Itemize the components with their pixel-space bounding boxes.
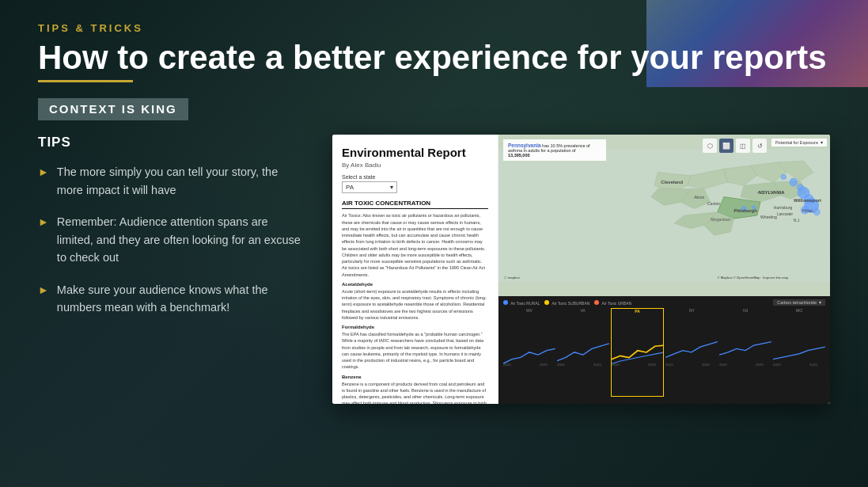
- report-select-box[interactable]: PA ▾: [342, 181, 397, 193]
- mini-chart-wv-svg: 2010 2020: [503, 313, 555, 388]
- svg-text:Williamsport: Williamsport: [794, 199, 821, 204]
- tip-text-3: Make sure your audience knows what the n…: [57, 281, 307, 317]
- report-author: By Alex Badiu: [342, 162, 488, 169]
- map-state-name: Pennsylvania: [508, 143, 541, 148]
- svg-text:2010: 2010: [503, 363, 511, 367]
- tip-text-1: The more simply you can tell your story,…: [57, 163, 307, 199]
- legend-dot-suburban: [544, 300, 549, 305]
- report-body-intro: Air Toxics: Also known as toxic air poll…: [342, 212, 488, 278]
- svg-text:2010: 2010: [773, 363, 781, 367]
- map-ctrl-share[interactable]: ⬡: [703, 139, 717, 153]
- svg-text:2020: 2020: [540, 363, 548, 367]
- tips-heading: TIPS: [38, 135, 307, 150]
- svg-text:·NSYLVANIA: ·NSYLVANIA: [757, 190, 785, 195]
- mini-chart-ny: NY 2010 2020: [665, 308, 718, 397]
- legend-dot-urban: [594, 300, 599, 305]
- chart-header: Air Toxic RURAL Air Toxic SUBURBAN Air T…: [503, 299, 825, 306]
- map-area: Pennsylvania has 10.5% prevalence of ast…: [498, 135, 830, 296]
- chart-dropdown-chevron: ▾: [819, 300, 821, 305]
- report-sub-formaldehyde: Formaldehyde: [342, 325, 488, 329]
- map-ctrl-map[interactable]: ⬜: [719, 139, 733, 153]
- report-title: Environmental Report: [342, 146, 488, 160]
- svg-text:2010: 2010: [719, 363, 727, 367]
- chart-dropdown-label: Carbon tetrachloride: [777, 300, 817, 305]
- svg-text:Akron: Akron: [694, 195, 704, 200]
- right-panel: Environmental Report By Alex Badiu Selec…: [332, 135, 830, 404]
- svg-text:Cleveland: Cleveland: [661, 180, 683, 185]
- report-sub-benzene: Benzene: [342, 375, 488, 379]
- mini-chart-pa-svg: 2010 2020: [612, 314, 664, 388]
- report-section-title: AIR TOXIC CONCENTRATION: [342, 200, 488, 209]
- svg-text:© Mapbox © OpenStreetMap · Imp: © Mapbox © OpenStreetMap · Improve this …: [718, 276, 789, 280]
- svg-text:Canton: Canton: [707, 202, 720, 207]
- svg-text:Harrisburg: Harrisburg: [774, 205, 793, 210]
- svg-text:Pittsburgh: Pittsburgh: [733, 208, 757, 213]
- map-state-info: Pennsylvania has 10.5% prevalence of ast…: [503, 139, 606, 161]
- mini-chart-va-svg: 2010 2020: [557, 313, 609, 388]
- mini-chart-nj: NJ 2010 2020: [719, 308, 771, 397]
- mini-chart-ny-svg: 2010 2020: [665, 313, 718, 388]
- mini-chart-pa: PA 2010 2020: [611, 308, 665, 397]
- map-ctrl-info[interactable]: ↺: [752, 139, 767, 153]
- map-controls: ⬡ ⬜ ◫ ↺: [703, 139, 767, 153]
- svg-text:Wheeling: Wheeling: [760, 215, 777, 219]
- mini-chart-mo: MO 2010 2020: [773, 308, 825, 397]
- tip-arrow-3: ►: [38, 282, 49, 299]
- tip-item-2: ► Remember: Audience attention spans are…: [38, 213, 307, 266]
- report-left: Environmental Report By Alex Badiu Selec…: [332, 135, 498, 404]
- legend-rural: Air Toxic RURAL: [503, 300, 540, 306]
- svg-text:2010: 2010: [665, 363, 673, 367]
- tip-text-2: Remember: Audience attention spans are l…: [57, 213, 307, 266]
- mini-chart-wv: WV 2010 2020: [503, 308, 555, 397]
- map-exposure-dropdown[interactable]: Potential for Exposure ▾: [771, 139, 827, 146]
- report-right: Pennsylvania has 10.5% prevalence of ast…: [498, 135, 830, 404]
- tip-item-3: ► Make sure your audience knows what the…: [38, 281, 307, 317]
- svg-text:Philad...: Philad...: [802, 209, 816, 213]
- tip-item-1: ► The more simply you can tell your stor…: [38, 163, 307, 199]
- svg-text:2010: 2010: [557, 363, 565, 367]
- charts-row: WV 2010 2020 VA: [503, 308, 825, 397]
- svg-text:2010: 2010: [612, 363, 620, 367]
- main-title: How to create a better experience for yo…: [38, 39, 830, 77]
- svg-text:Lancaster: Lancaster: [777, 212, 794, 216]
- map-exposure-chevron: ▾: [821, 140, 823, 145]
- map-exposure-label: Potential for Exposure: [775, 140, 818, 145]
- tip-arrow-2: ►: [38, 214, 49, 230]
- report-container: Environmental Report By Alex Badiu Selec…: [332, 135, 830, 404]
- mini-chart-va: VA 2010 2020: [557, 308, 609, 397]
- svg-text:2020: 2020: [756, 363, 764, 367]
- legend-rural-label: Air Toxic RURAL: [510, 301, 540, 306]
- svg-point-13: [781, 174, 787, 180]
- chart-dropdown[interactable]: Carbon tetrachloride ▾: [773, 299, 825, 306]
- legend-suburban-label: Air Toxic SUBURBAN: [552, 301, 589, 306]
- tips-label: TIPS & TRICKS: [38, 22, 830, 34]
- chart-area: Air Toxic RURAL Air Toxic SUBURBAN Air T…: [498, 296, 830, 404]
- svg-text:2020: 2020: [703, 363, 711, 367]
- legend-urban-label: Air Toxic URBAN: [602, 301, 632, 306]
- map-ctrl-layers[interactable]: ◫: [736, 139, 750, 153]
- legend-urban: Air Toxic URBAN: [594, 300, 631, 306]
- mini-chart-mo-svg: 2010 2020: [773, 313, 825, 388]
- report-body-benzene: Benzene is a component of products deriv…: [342, 381, 488, 405]
- title-underline: [38, 80, 133, 82]
- svg-point-14: [790, 178, 798, 186]
- mini-chart-nj-svg: 2010 2020: [719, 313, 771, 388]
- chart-legend: Air Toxic RURAL Air Toxic SUBURBAN Air T…: [503, 300, 631, 306]
- legend-dot-rural: [503, 300, 508, 305]
- section-label: CONTEXT IS KING: [49, 102, 177, 116]
- report-sub-acetaldehyde: Acetaldehyde: [342, 282, 488, 287]
- svg-text:2020: 2020: [593, 363, 601, 367]
- map-population: 13,395,000: [508, 153, 530, 158]
- left-panel: TIPS ► The more simply you can tell your…: [38, 135, 307, 330]
- svg-text:2020: 2020: [809, 363, 817, 367]
- report-body-formaldehyde: The EPA has classified formaldehyde as a…: [342, 331, 488, 371]
- svg-text:Morgantown: Morgantown: [711, 218, 731, 222]
- section-label-bar: CONTEXT IS KING: [38, 98, 188, 120]
- svg-text:N.J.: N.J.: [794, 219, 800, 223]
- svg-text:⬡ mapbox: ⬡ mapbox: [504, 276, 521, 280]
- report-select-label: Select a state: [342, 174, 488, 180]
- tip-arrow-1: ►: [38, 164, 49, 181]
- legend-suburban: Air Toxic SUBURBAN: [544, 300, 589, 306]
- report-select-value: PA: [346, 184, 354, 191]
- report-body-acetaldehyde: Acute (short-term) exposure to acetaldeh…: [342, 288, 488, 321]
